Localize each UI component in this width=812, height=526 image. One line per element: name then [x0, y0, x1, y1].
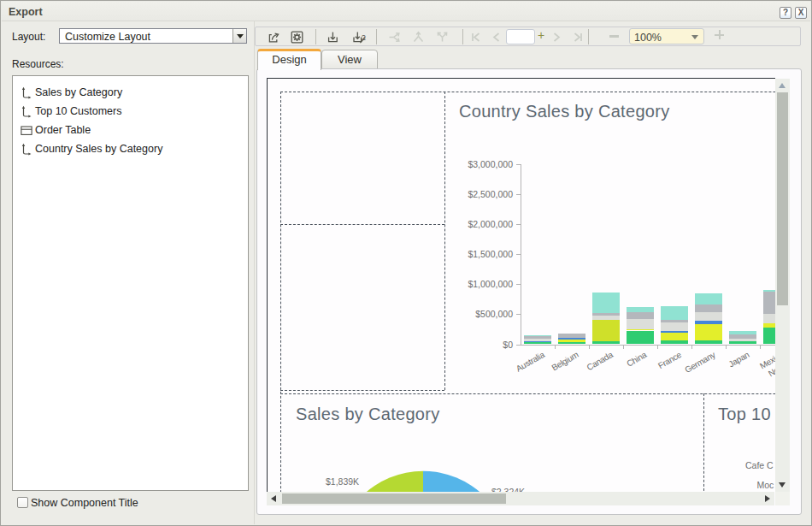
layout-placeholder-divider — [280, 224, 444, 225]
resource-item[interactable]: Top 10 Customers — [13, 103, 248, 121]
next-page-icon — [552, 30, 562, 44]
zoom-select[interactable]: 100% — [629, 28, 704, 44]
layout-dropdown[interactable]: Customize Layout — [59, 28, 247, 44]
bar-chart-y-tick-label: $0 — [462, 340, 513, 350]
zoom-value: 100% — [634, 32, 662, 44]
layout-column-divider — [444, 92, 445, 390]
toolbar-separator — [315, 29, 316, 44]
horizontal-scrollbar-thumb[interactable] — [282, 493, 506, 504]
show-component-title-label: Show Component Title — [31, 497, 138, 509]
bar-segment-green — [661, 340, 688, 345]
first-page-icon — [470, 30, 481, 44]
scroll-up-icon[interactable] — [779, 83, 786, 88]
bar-segment-green — [558, 342, 585, 344]
bar-chart-y-tick — [516, 164, 521, 165]
bar-chart-x-axis — [521, 345, 775, 346]
export-icon[interactable] — [267, 30, 281, 44]
bar-segment-gray — [627, 312, 654, 319]
settings-icon[interactable] — [290, 30, 304, 44]
bar-segment-yellow — [661, 333, 688, 340]
bar-chart-x-tick — [760, 345, 761, 349]
bar-chart-x-tick — [691, 345, 692, 349]
bar-segment-green — [627, 331, 654, 345]
top10-category-label: Moc — [757, 480, 774, 490]
bar-segment-gray — [763, 292, 775, 314]
bar-segment-aqua — [524, 335, 551, 337]
bar-segment-gray — [729, 334, 756, 339]
bar-chart-x-tick — [726, 345, 727, 349]
zoom-out-icon — [609, 35, 619, 38]
report-page: Country Sales by Category$0$500,000$1,00… — [267, 78, 775, 493]
bar-segment-green — [763, 328, 775, 345]
download-page-icon[interactable]: 2 — [351, 30, 368, 44]
resource-item-label: Country Sales by Category — [35, 143, 162, 155]
layout-row-divider — [280, 393, 775, 394]
bar-chart-y-tick-label: $2,000,000 — [462, 219, 513, 229]
bar-segment-yellow — [558, 340, 585, 342]
dialog-titlebar: Export ? X — [2, 2, 810, 21]
toolbar-separator — [588, 29, 589, 44]
merge-icon — [411, 30, 426, 44]
bar-segment-lightgray — [695, 312, 722, 321]
bar-segment-gray — [558, 334, 585, 339]
layout-dropdown-value: Customize Layout — [65, 31, 150, 43]
bar-segment-green — [729, 341, 756, 344]
scroll-right-icon[interactable] — [765, 495, 770, 502]
bar-segment-lightgray — [627, 319, 654, 329]
chart-axis-icon — [21, 143, 32, 156]
bar-segment-green — [695, 340, 722, 345]
canvas-toolbar: 2 — [255, 27, 801, 46]
scroll-left-icon[interactable] — [271, 495, 276, 502]
tab-view[interactable]: View — [321, 50, 378, 69]
bar-chart-y-tick — [516, 224, 521, 225]
bar-segment-lightgray — [729, 339, 756, 341]
resources-label: Resources: — [12, 58, 64, 70]
vertical-scrollbar[interactable] — [775, 79, 790, 492]
bar-chart-y-tick — [516, 254, 521, 255]
bar-segment-gray — [661, 320, 688, 323]
zoom-in-icon — [715, 30, 724, 39]
show-component-title-checkbox[interactable] — [17, 497, 28, 508]
scroll-down-icon[interactable] — [779, 482, 786, 488]
bar-segment-aqua — [627, 307, 654, 313]
layout-dropdown-arrow-icon[interactable] — [232, 29, 246, 43]
bar-segment-aqua — [592, 293, 620, 313]
zoom-dropdown-arrow-icon — [691, 35, 698, 39]
add-page-button[interactable]: + — [538, 28, 544, 42]
bar-segment-lightgray — [763, 314, 775, 323]
resource-item-label: Order Table — [35, 124, 91, 136]
toolbar-separator — [376, 29, 377, 44]
vertical-scrollbar-thumb[interactable] — [777, 92, 788, 305]
bar-chart-title: Country Sales by Category — [459, 102, 670, 121]
bar-chart-y-tick-label: $1,500,000 — [462, 249, 513, 259]
bar-segment-yellow — [695, 324, 722, 340]
help-button[interactable]: ? — [780, 7, 791, 19]
bar-segment-aqua — [763, 290, 775, 292]
bar-segment-green — [524, 342, 551, 344]
table-icon-glyph — [21, 124, 32, 138]
chart-axis-icon-glyph — [21, 105, 32, 119]
resource-item[interactable]: Sales by Category — [13, 84, 248, 103]
bar-chart-y-axis — [521, 164, 521, 345]
resource-item[interactable]: Order Table — [13, 121, 248, 140]
download-icon[interactable] — [326, 30, 340, 44]
close-button[interactable]: X — [795, 7, 807, 19]
resources-list[interactable]: Sales by CategoryTop 10 CustomersOrder T… — [12, 75, 249, 491]
bar-chart-y-tick-label: $1,000,000 — [462, 279, 513, 289]
scrollbar-corner — [775, 492, 790, 505]
bar-segment-lightgray — [592, 316, 620, 320]
bar-chart-x-tick — [555, 345, 556, 349]
export-dialog: Export ? X Layout: Customize Layout Reso… — [0, 0, 812, 526]
tab-design[interactable]: Design — [257, 49, 321, 70]
bar-segment-aqua — [695, 293, 722, 304]
bar-segment-yellowgreen — [592, 320, 620, 342]
report-page-content: Country Sales by Category$0$500,000$1,00… — [268, 79, 775, 493]
page-number-input[interactable] — [506, 29, 535, 44]
layout-bottom-column-divider — [703, 393, 704, 493]
branch-icon — [435, 30, 450, 44]
chart-axis-icon-glyph — [21, 86, 32, 100]
horizontal-scrollbar[interactable] — [267, 492, 774, 505]
resource-item[interactable]: Country Sales by Category — [13, 140, 248, 159]
bar-chart-y-tick — [516, 345, 521, 346]
bar-segment-lightgray — [661, 322, 688, 330]
